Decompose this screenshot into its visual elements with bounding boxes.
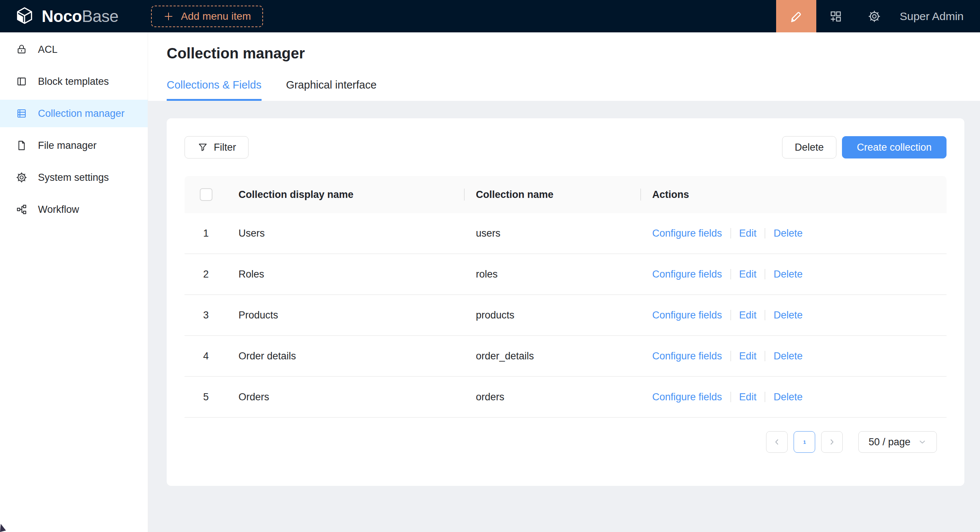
row-actions: Configure fields Edit Delete (641, 351, 947, 362)
sidebar-item-label: System settings (38, 172, 109, 183)
cell-name: products (465, 310, 641, 321)
row-index: 4 (185, 351, 228, 362)
cell-display-name: Products (228, 310, 465, 321)
action-divider (730, 392, 731, 402)
create-collection-button[interactable]: Create collection (842, 136, 947, 159)
configure-fields-link[interactable]: Configure fields (652, 351, 722, 362)
main-area: Collection manager Collections & Fields … (148, 32, 980, 532)
app-root: NocoBase Add menu item (0, 0, 980, 532)
sidebar-item-file-manager[interactable]: File manager (0, 132, 148, 159)
edit-link[interactable]: Edit (739, 351, 757, 362)
table-row: 3 Products products Configure fields Edi… (185, 295, 947, 336)
row-index: 1 (185, 228, 228, 239)
mouse-cursor-artifact (0, 517, 10, 532)
row-actions: Configure fields Edit Delete (641, 391, 947, 403)
cell-name: orders (465, 391, 641, 403)
action-divider (765, 228, 765, 238)
delete-link[interactable]: Delete (773, 310, 803, 321)
tab-graphical-interface[interactable]: Graphical interface (286, 79, 377, 101)
sidebar-item-system-settings[interactable]: System settings (0, 164, 148, 191)
configure-fields-link[interactable]: Configure fields (652, 268, 722, 280)
sidebar-item-acl[interactable]: ACL (0, 36, 148, 63)
table-row: 5 Orders orders Configure fields Edit De… (185, 377, 947, 418)
next-page-button[interactable] (821, 431, 843, 453)
cell-display-name: Orders (228, 391, 465, 403)
sidebar-item-label: File manager (38, 140, 97, 151)
delete-link[interactable]: Delete (773, 268, 803, 280)
file-icon (16, 140, 27, 151)
top-header: NocoBase Add menu item (0, 0, 980, 32)
filter-label: Filter (214, 142, 236, 153)
plugin-squares-icon (829, 10, 842, 23)
ui-editor-button[interactable] (776, 0, 816, 32)
sidebar-item-workflow[interactable]: Workflow (0, 196, 148, 223)
tab-collections-and-fields[interactable]: Collections & Fields (167, 79, 262, 101)
sidebar-item-label: Collection manager (38, 108, 125, 119)
filter-button[interactable]: Filter (185, 136, 248, 159)
cell-display-name: Users (228, 228, 465, 239)
edit-link[interactable]: Edit (739, 228, 757, 239)
previous-page-button[interactable] (766, 431, 788, 453)
logo-text-secondary: Base (82, 7, 118, 25)
bulk-delete-button[interactable]: Delete (782, 136, 836, 159)
configure-fields-link[interactable]: Configure fields (652, 228, 722, 239)
sidebar-item-collection-manager[interactable]: Collection manager (0, 100, 148, 127)
gear-icon (868, 10, 881, 23)
action-divider (730, 310, 731, 320)
row-actions: Configure fields Edit Delete (641, 268, 947, 280)
configure-fields-link[interactable]: Configure fields (652, 310, 722, 321)
collections-card: Filter Delete Create collection Collecti… (167, 118, 964, 486)
nocobase-logo: NocoBase (0, 6, 118, 27)
select-all-cell (185, 188, 228, 201)
system-settings-button[interactable] (855, 0, 894, 32)
table-header-row: Collection display name Collection name … (185, 176, 947, 213)
table-body: 1 Users users Configure fields Edit Dele… (185, 213, 947, 418)
user-menu[interactable]: Super Admin (894, 0, 980, 32)
highlighter-icon (789, 9, 803, 24)
cube-logo-icon (14, 6, 35, 27)
row-actions: Configure fields Edit Delete (641, 228, 947, 239)
action-divider (765, 392, 765, 402)
action-divider (765, 310, 765, 320)
row-index: 3 (185, 310, 228, 321)
chevron-right-icon (827, 438, 836, 446)
action-divider (730, 228, 731, 238)
cell-display-name: Order details (228, 351, 465, 362)
plugin-manager-button[interactable] (816, 0, 855, 32)
sidebar: ACL Block templates Collection manager F… (0, 32, 148, 532)
delete-link[interactable]: Delete (773, 391, 803, 403)
sidebar-item-label: ACL (38, 44, 58, 56)
cell-display-name: Roles (228, 268, 465, 280)
edit-link[interactable]: Edit (739, 268, 757, 280)
action-divider (765, 269, 765, 279)
sidebar-item-block-templates[interactable]: Block templates (0, 68, 148, 95)
chevron-left-icon (772, 438, 781, 446)
chevron-down-icon (918, 438, 927, 446)
action-divider (730, 269, 731, 279)
layout-icon (16, 76, 27, 87)
sidebar-item-label: Workflow (38, 204, 79, 215)
action-divider (765, 351, 765, 361)
page-number-button[interactable]: 1 (794, 431, 815, 453)
add-menu-item-button[interactable]: Add menu item (151, 6, 262, 27)
table-row: 4 Order details order_details Configure … (185, 336, 947, 377)
page-size-select[interactable]: 50 / page (858, 431, 937, 453)
delete-link[interactable]: Delete (773, 351, 803, 362)
logo-text: NocoBase (42, 7, 118, 26)
content-area: Filter Delete Create collection Collecti… (148, 101, 980, 532)
configure-fields-link[interactable]: Configure fields (652, 391, 722, 403)
row-index: 2 (185, 268, 228, 280)
tab-bar: Collections & Fields Graphical interface (167, 79, 980, 101)
delete-link[interactable]: Delete (773, 228, 803, 239)
edit-link[interactable]: Edit (739, 310, 757, 321)
toolbar-right: Delete Create collection (782, 136, 947, 159)
workflow-icon (16, 203, 27, 215)
collections-table: Collection display name Collection name … (185, 176, 947, 418)
lock-icon (16, 43, 27, 56)
select-all-checkbox[interactable] (200, 188, 212, 201)
gear-icon (16, 172, 27, 183)
page-size-value: 50 / page (869, 437, 910, 448)
edit-link[interactable]: Edit (739, 391, 757, 403)
add-menu-item-label: Add menu item (181, 10, 251, 22)
table-row: 1 Users users Configure fields Edit Dele… (185, 213, 947, 254)
